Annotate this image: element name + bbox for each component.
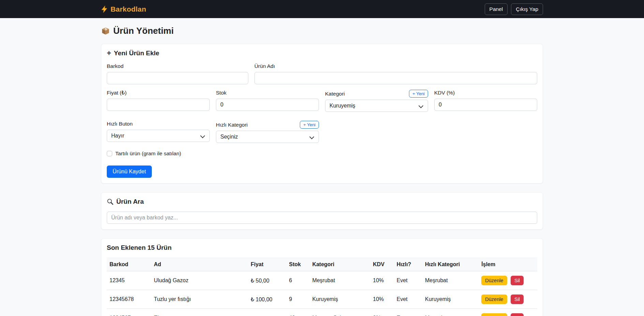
cell-kdv: 10% [370, 290, 394, 309]
product-table: Barkod Ad Fiyat Stok Kategori KDV Hızlı?… [107, 258, 537, 316]
cell-barkod: 12345 [107, 271, 151, 290]
add-product-title: + Yeni Ürün Ekle [107, 49, 537, 57]
cell-stok: 6 [286, 271, 309, 290]
cell-islem: Düzenle Sil [479, 309, 537, 316]
delete-button[interactable]: Sil [511, 313, 524, 316]
table-row: 1234567 Elma ₺ 100,00 49 Meyve - Sebze 8… [107, 309, 537, 316]
hizli-kategori-label: Hızlı Kategori [216, 122, 248, 128]
product-search-input[interactable] [107, 212, 537, 224]
cell-islem: Düzenle Sil [479, 271, 537, 290]
cell-hizli: Evet [394, 271, 422, 290]
kategori-select[interactable]: Kuruyemiş [325, 100, 428, 112]
kategori-new-button[interactable]: + Yeni [409, 90, 428, 98]
search-card: Ürün Ara [101, 192, 543, 230]
cell-kategori: Kuruyemiş [309, 290, 370, 309]
product-table-body: 12345 Uludağ Gazoz ₺ 50,00 6 Meşrubat 10… [107, 271, 537, 316]
package-icon [101, 26, 110, 35]
hizli-buton-field-group: Hızlı Buton Hayır [107, 121, 210, 142]
cell-fiyat: ₺ 100,00 [248, 309, 286, 316]
col-hizli: Hızlı? [394, 258, 422, 271]
col-kategori: Kategori [309, 258, 370, 271]
hizli-kategori-select[interactable]: Seçiniz [216, 131, 319, 143]
col-fiyat: Fiyat [248, 258, 286, 271]
fiyat-label: Fiyat (₺) [107, 90, 210, 96]
fiyat-input[interactable] [107, 99, 210, 111]
urun-adi-input[interactable] [254, 72, 537, 84]
weighted-product-label: Tartılı ürün (gram ile satılan) [115, 150, 181, 157]
navbar: Barkodlan Panel Çıkış Yap [0, 0, 644, 18]
cell-kdv: 10% [370, 271, 394, 290]
plus-icon: + [107, 49, 111, 57]
cell-barkod: 1234567 [107, 309, 151, 316]
hizli-kategori-field-group: Hızlı Kategori + Yeni Seçiniz [216, 121, 319, 143]
edit-button[interactable]: Düzenle [481, 295, 507, 304]
fiyat-field-group: Fiyat (₺) [107, 90, 210, 111]
cell-fiyat: ₺ 50,00 [248, 271, 286, 290]
kategori-label: Kategori [325, 91, 345, 97]
edit-button[interactable]: Düzenle [481, 313, 507, 316]
stok-input[interactable] [216, 99, 319, 111]
search-title: Ürün Ara [107, 198, 537, 205]
delete-button[interactable]: Sil [511, 276, 524, 285]
hizli-kategori-new-button[interactable]: + Yeni [300, 121, 319, 129]
cell-hizli: Evet [394, 309, 422, 316]
logout-button[interactable]: Çıkış Yap [511, 3, 543, 15]
page-title: Ürün Yönetimi [101, 26, 543, 36]
cell-fiyat: ₺ 100,00 [248, 290, 286, 309]
cell-ad: Uludağ Gazoz [151, 271, 248, 290]
lightning-icon [101, 5, 108, 13]
search-icon [107, 198, 114, 205]
cell-hizli: Evet [394, 290, 422, 309]
col-kdv: KDV [370, 258, 394, 271]
stok-label: Stok [216, 90, 319, 96]
stok-field-group: Stok [216, 90, 319, 111]
panel-button[interactable]: Panel [485, 3, 508, 15]
add-product-card: + Yeni Ürün Ekle Barkod Ürün Adı Fiyat (… [101, 44, 543, 184]
urun-adi-label: Ürün Adı [254, 63, 537, 69]
recent-products-title: Son Eklenen 15 Ürün [107, 244, 537, 252]
cell-hizli-kategori: Meşrubat [422, 271, 479, 290]
save-product-button[interactable]: Ürünü Kaydet [107, 166, 152, 178]
col-barkod: Barkod [107, 258, 151, 271]
kdv-field-group: KDV (%) [434, 90, 537, 111]
col-islem: İşlem [479, 258, 537, 271]
col-stok: Stok [286, 258, 309, 271]
main-content: Ürün Yönetimi + Yeni Ürün Ekle Barkod Ür… [97, 18, 547, 316]
delete-button[interactable]: Sil [511, 295, 524, 304]
brand-text: Barkodlan [111, 5, 146, 13]
kategori-field-group: Kategori + Yeni Kuruyemiş [325, 90, 428, 112]
cell-stok: 9 [286, 290, 309, 309]
barkod-label: Barkod [107, 63, 248, 69]
cell-ad: Tuzlu yer fıstığı [151, 290, 248, 309]
weighted-product-checkbox[interactable] [107, 151, 112, 156]
cell-kategori: Meyve - Sebze [309, 309, 370, 316]
cell-kdv: 8% [370, 309, 394, 316]
edit-button[interactable]: Düzenle [481, 276, 507, 285]
table-row: 12345 Uludağ Gazoz ₺ 50,00 6 Meşrubat 10… [107, 271, 537, 290]
brand[interactable]: Barkodlan [101, 5, 146, 13]
urun-adi-field-group: Ürün Adı [254, 63, 537, 84]
table-header-row: Barkod Ad Fiyat Stok Kategori KDV Hızlı?… [107, 258, 537, 271]
hizli-buton-label: Hızlı Buton [107, 121, 210, 127]
cell-hizli-kategori: Kuruyemiş [422, 290, 479, 309]
cell-islem: Düzenle Sil [479, 290, 537, 309]
kdv-label: KDV (%) [434, 90, 537, 96]
kdv-input[interactable] [434, 99, 537, 111]
cell-stok: 49 [286, 309, 309, 316]
hizli-buton-select[interactable]: Hayır [107, 130, 210, 142]
cell-ad: Elma [151, 309, 248, 316]
barkod-field-group: Barkod [107, 63, 248, 84]
col-hizli-kategori: Hızlı Kategori [422, 258, 479, 271]
cell-hizli-kategori: Meyveler [422, 309, 479, 316]
cell-kategori: Meşrubat [309, 271, 370, 290]
col-ad: Ad [151, 258, 248, 271]
table-row: 12345678 Tuzlu yer fıstığı ₺ 100,00 9 Ku… [107, 290, 537, 309]
recent-products-card: Son Eklenen 15 Ürün Barkod Ad Fiyat Stok… [101, 238, 543, 316]
barkod-input[interactable] [107, 72, 248, 84]
cell-barkod: 12345678 [107, 290, 151, 309]
